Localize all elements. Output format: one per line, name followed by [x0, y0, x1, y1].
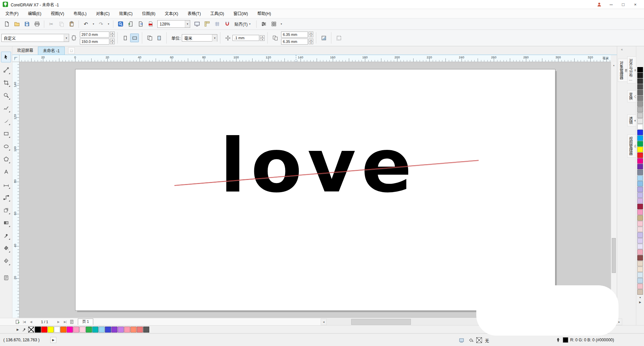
vertical-scroll-thumb[interactable]	[612, 238, 616, 273]
color-swatch[interactable]	[637, 67, 643, 72]
previous-page-button[interactable]: ◀	[28, 319, 34, 325]
nudge-distance-field[interactable]	[232, 35, 259, 41]
color-swatch[interactable]	[637, 107, 643, 112]
no-color-swatch[interactable]	[28, 327, 34, 333]
units-combo[interactable]: 毫米 ▾	[182, 34, 217, 42]
polygon-tool[interactable]	[1, 154, 11, 164]
undo-dropdown-icon[interactable]: ▾	[91, 20, 96, 28]
export-button[interactable]	[136, 19, 145, 29]
page-width-field[interactable]	[80, 32, 109, 38]
color-swatch[interactable]	[637, 78, 643, 84]
color-swatch[interactable]	[637, 118, 643, 124]
transparency-tool[interactable]	[1, 217, 11, 228]
snap-magnet-icon[interactable]	[222, 19, 232, 29]
nudge-spin-down[interactable]: ▾	[260, 38, 265, 41]
outline-pen-icon[interactable]	[555, 337, 561, 344]
paste-button[interactable]	[67, 19, 76, 29]
color-swatch[interactable]	[143, 327, 149, 333]
landscape-button[interactable]	[130, 34, 139, 42]
page-height-spin-up[interactable]: ▴	[110, 39, 115, 41]
all-pages-button[interactable]	[145, 34, 154, 42]
color-swatch[interactable]	[41, 327, 47, 333]
publish-pdf-button[interactable]	[146, 19, 155, 29]
menu-help[interactable]: 帮助(H)	[253, 9, 276, 18]
color-swatch[interactable]	[137, 327, 143, 333]
color-swatch[interactable]	[637, 130, 643, 135]
current-page-button[interactable]	[155, 34, 163, 42]
units-dropdown-icon[interactable]: ▾	[212, 35, 217, 42]
freehand-tool[interactable]	[1, 103, 11, 113]
drawing-canvas[interactable]: love	[19, 62, 611, 318]
color-swatch[interactable]	[637, 158, 643, 164]
color-swatch[interactable]	[637, 164, 643, 169]
duplicate-y-spin-up[interactable]: ▴	[309, 39, 313, 41]
show-grid-button[interactable]	[212, 19, 222, 29]
crop-tool[interactable]	[1, 77, 11, 88]
color-swatch[interactable]	[67, 327, 73, 333]
connector-tool[interactable]	[1, 192, 11, 203]
menu-text[interactable]: 文本(X)	[160, 9, 183, 18]
color-swatch[interactable]	[637, 278, 643, 283]
color-swatch[interactable]	[637, 90, 643, 95]
ruler-origin-corner[interactable]	[12, 55, 19, 62]
treat-as-filled-button[interactable]	[319, 34, 328, 42]
menu-edit[interactable]: 编辑(E)	[23, 9, 46, 18]
page-menu-icon[interactable]	[68, 319, 75, 325]
close-button[interactable]: ×	[629, 0, 641, 9]
color-swatch[interactable]	[637, 238, 643, 243]
menu-object[interactable]: 对象(C)	[91, 9, 114, 18]
portrait-button[interactable]	[121, 34, 129, 42]
dimension-tool[interactable]	[1, 179, 11, 190]
print-button[interactable]	[32, 19, 42, 29]
options-button[interactable]	[259, 19, 268, 29]
page-width-spin-up[interactable]: ▴	[110, 32, 115, 34]
color-swatch[interactable]	[637, 135, 643, 141]
color-swatch[interactable]	[637, 215, 643, 221]
color-swatch[interactable]	[637, 255, 643, 261]
zoom-level-combo[interactable]: 128% ▾	[157, 20, 190, 28]
fullscreen-preview-button[interactable]	[192, 19, 202, 29]
color-swatch[interactable]	[637, 289, 643, 295]
zoom-tool[interactable]	[1, 90, 11, 101]
color-swatch[interactable]	[637, 187, 643, 192]
color-swatch[interactable]	[73, 327, 79, 333]
duplicate-y-field[interactable]	[281, 39, 308, 45]
preset-dropdown-icon[interactable]: ▾	[64, 35, 69, 42]
launcher-dropdown-icon[interactable]: ▾	[279, 20, 283, 28]
docker-collapse-icon[interactable]: «	[617, 46, 627, 53]
page-height-spin-down[interactable]: ▾	[110, 42, 115, 44]
color-swatch[interactable]	[118, 327, 124, 333]
color-swatch[interactable]	[54, 327, 60, 333]
color-swatch[interactable]	[48, 327, 54, 333]
palette-flyout-icon[interactable]: ▶	[637, 300, 643, 304]
color-swatch[interactable]	[637, 124, 643, 129]
color-swatch[interactable]	[637, 84, 643, 90]
fill-bucket-icon[interactable]	[468, 337, 474, 344]
nudge-spin-up[interactable]: ▴	[260, 35, 265, 38]
application-launcher-button[interactable]	[269, 19, 278, 29]
menu-effects[interactable]: 效果(C)	[114, 9, 138, 18]
rectangle-tool[interactable]	[1, 128, 11, 139]
color-swatch[interactable]	[637, 175, 643, 181]
document-info-icon[interactable]	[458, 337, 465, 344]
last-page-button[interactable]: ▶|	[62, 319, 68, 325]
smart-fill-tool[interactable]	[1, 255, 11, 266]
menu-view[interactable]: 视图(V)	[46, 9, 69, 18]
save-button[interactable]	[22, 19, 32, 29]
import-button[interactable]	[126, 19, 135, 29]
interactive-fill-tool[interactable]	[1, 243, 11, 253]
vertical-scrollbar[interactable]: ▴ ▾	[611, 62, 616, 318]
horizontal-scroll-thumb[interactable]	[351, 319, 411, 325]
menu-window[interactable]: 窗口(W)	[229, 9, 253, 18]
redo-dropdown-icon[interactable]: ▾	[106, 20, 111, 28]
color-swatch[interactable]	[111, 327, 117, 333]
new-tab-button[interactable]: □	[68, 47, 75, 54]
color-swatch[interactable]	[637, 272, 643, 278]
color-eyedropper-tool[interactable]	[1, 230, 11, 241]
color-swatch[interactable]	[637, 249, 643, 255]
duplicate-x-spin-down[interactable]: ▾	[309, 35, 313, 37]
menu-file[interactable]: 文件(F)	[1, 9, 23, 18]
add-page-icon[interactable]	[14, 319, 21, 325]
page-preset-combo[interactable]: 自定义 ▾	[1, 34, 69, 42]
color-swatch[interactable]	[637, 170, 643, 175]
